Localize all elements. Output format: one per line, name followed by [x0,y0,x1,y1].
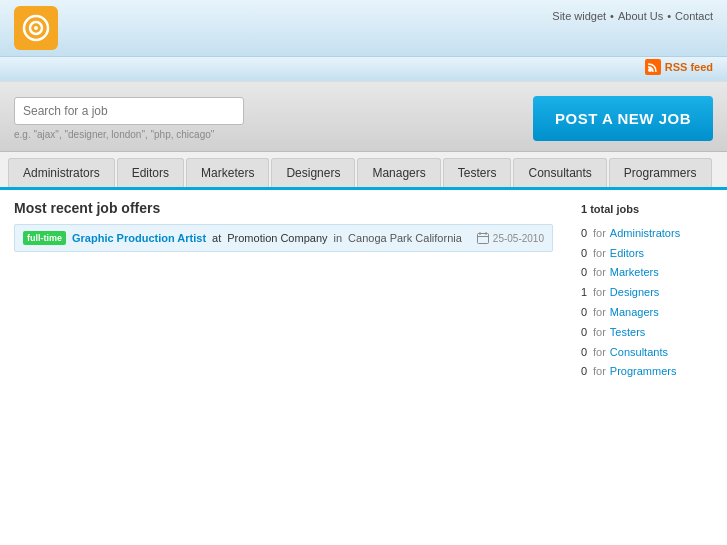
sidebar-stats: 1 total jobs 0forAdministrators0forEdito… [567,190,727,392]
top-nav: Site widget • About Us • Contact [552,6,713,22]
job-right: 25-05-2010 [477,232,544,244]
stat-count: 0 [581,343,589,363]
stat-category-link[interactable]: Consultants [610,343,668,363]
rss-row: RSS feed [0,57,727,81]
tab-programmers[interactable]: Programmers [609,158,712,187]
stat-category-link[interactable]: Administrators [610,224,680,244]
job-at-label: at [212,232,221,244]
nav-separator-2: • [667,10,671,22]
stat-count: 0 [581,224,589,244]
jobs-section: Most recent job offers full-time Graphic… [0,190,567,392]
tab-testers[interactable]: Testers [443,158,512,187]
stat-row: 0forConsultants [581,343,713,363]
stat-row: 0forProgrammers [581,362,713,382]
contact-link[interactable]: Contact [675,10,713,22]
stat-count: 0 [581,244,589,264]
stat-category-link[interactable]: Programmers [610,362,677,382]
stat-row: 0forTesters [581,323,713,343]
calendar-icon [477,232,489,244]
stat-category-link[interactable]: Editors [610,244,644,264]
job-type-badge: full-time [23,231,66,245]
tab-designers[interactable]: Designers [271,158,355,187]
stat-for-label: for [593,263,606,283]
header-top: Site widget • About Us • Contact [0,0,727,57]
about-us-link[interactable]: About Us [618,10,663,22]
job-company-name: Promotion Company [227,232,327,244]
table-row: full-time Graphic Production Artist at P… [14,224,553,252]
logo-area [14,6,58,50]
tab-marketers[interactable]: Marketers [186,158,269,187]
site-widget-link[interactable]: Site widget [552,10,606,22]
stat-for-label: for [593,224,606,244]
stat-row: 0forEditors [581,244,713,264]
total-jobs-count: 1 total jobs [581,200,713,220]
search-input[interactable] [14,97,244,125]
stat-for-label: for [593,343,606,363]
logo-icon [14,6,58,50]
stat-for-label: for [593,244,606,264]
stat-count: 0 [581,303,589,323]
svg-rect-5 [477,234,488,244]
tab-editors[interactable]: Editors [117,158,184,187]
stat-count: 0 [581,263,589,283]
stat-category-link[interactable]: Testers [610,323,645,343]
job-title-link[interactable]: Graphic Production Artist [72,232,206,244]
job-date: 25-05-2010 [493,233,544,244]
post-job-button[interactable]: POST A NEW JOB [533,96,713,141]
rss-feed-link[interactable]: RSS feed [665,61,713,73]
stat-category-link[interactable]: Designers [610,283,660,303]
search-hint: e.g. "ajax", "designer, london", "php, c… [14,129,244,140]
stat-category-link[interactable]: Marketers [610,263,659,283]
stat-count: 0 [581,362,589,382]
stat-category-link[interactable]: Managers [610,303,659,323]
stat-count: 0 [581,323,589,343]
stats-list: 0forAdministrators0forEditors0forMarkete… [581,224,713,382]
stat-row: 0forManagers [581,303,713,323]
job-location: Canoga Park California [348,232,462,244]
stat-for-label: for [593,283,606,303]
stat-for-label: for [593,303,606,323]
search-left: e.g. "ajax", "designer, london", "php, c… [14,97,244,140]
tabs-bar: Administrators Editors Marketers Designe… [0,152,727,190]
stat-row: 1forDesigners [581,283,713,303]
search-area: e.g. "ajax", "designer, london", "php, c… [0,81,727,152]
stat-row: 0forAdministrators [581,224,713,244]
tab-managers[interactable]: Managers [357,158,440,187]
main-content: Most recent job offers full-time Graphic… [0,190,727,392]
job-left: full-time Graphic Production Artist at P… [23,231,462,245]
tab-consultants[interactable]: Consultants [513,158,606,187]
svg-point-3 [34,26,38,30]
nav-separator-1: • [610,10,614,22]
rss-icon [645,59,661,75]
tab-administrators[interactable]: Administrators [8,158,115,187]
job-in-label: in [334,232,343,244]
stat-for-label: for [593,362,606,382]
stat-count: 1 [581,283,589,303]
stat-for-label: for [593,323,606,343]
stat-row: 0forMarketers [581,263,713,283]
jobs-section-title: Most recent job offers [14,200,553,216]
